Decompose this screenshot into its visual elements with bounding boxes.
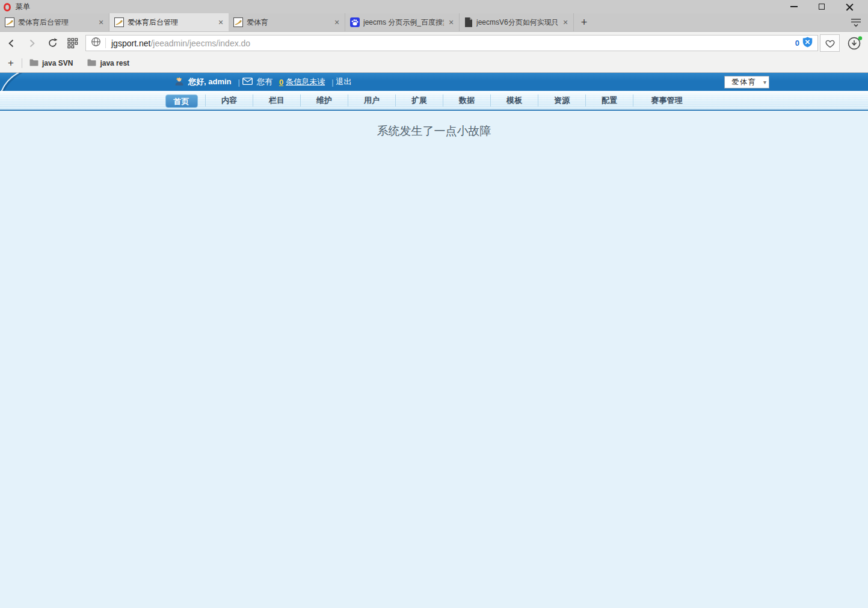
nav-item-data[interactable]: 数据: [443, 95, 490, 107]
bookmark-folder-java-rest[interactable]: java rest: [87, 58, 129, 69]
tab-title: 爱体育后台管理: [18, 17, 94, 28]
tab-title: 爱体育: [247, 17, 330, 28]
site-selector-value: 爱体育: [725, 77, 763, 87]
nav-item-events[interactable]: 赛事管理: [633, 95, 700, 107]
tab-menu-icon[interactable]: [844, 13, 868, 31]
greeting-text: 您好, admin: [188, 76, 232, 87]
nav-item-extensions[interactable]: 扩展: [395, 95, 443, 107]
globe-icon: [91, 37, 101, 49]
nav-item-resources[interactable]: 资源: [538, 95, 585, 107]
nav-item-home[interactable]: 首页: [158, 95, 205, 107]
bookmark-heart-button[interactable]: [820, 34, 840, 52]
logo-swoosh-decoration: [0, 73, 28, 91]
forward-icon[interactable]: [22, 34, 42, 52]
mail-icon: [242, 78, 253, 87]
nav-item-channel[interactable]: 栏目: [253, 95, 300, 107]
adblock-shield-icon[interactable]: [802, 37, 813, 50]
back-icon[interactable]: [1, 34, 22, 52]
url-text: jgsport.net/jeeadmin/jeecms/index.do: [111, 39, 250, 48]
bookmark-label: java SVN: [42, 59, 73, 67]
site-favicon: [114, 17, 124, 27]
page-content: 系统发生了一点小故障: [0, 111, 868, 608]
add-bookmark-button[interactable]: +: [5, 57, 17, 69]
admin-topbar: 您好, admin | 您有 0 条信息未读 | 退出 爱体育 ▾: [0, 73, 868, 91]
url-path: /jeeadmin/jeecms/index.do: [150, 39, 250, 48]
site-favicon: [5, 17, 14, 27]
admin-nav-list: 首页 内容 栏目 维护 用户 扩展 数据 模板 资源 配置 赛事管理: [158, 91, 700, 110]
tab-2-active[interactable]: 爱体育后台管理 ×: [109, 13, 229, 31]
site-selector-dropdown[interactable]: 爱体育 ▾: [724, 76, 769, 88]
adblock-count: 0: [795, 39, 799, 48]
nav-item-home-button[interactable]: 首页: [165, 95, 198, 108]
user-avatar-icon: [174, 76, 184, 88]
tab-close-icon[interactable]: ×: [561, 17, 570, 27]
tab-close-icon[interactable]: ×: [216, 17, 226, 27]
browser-titlebar: 菜单: [0, 0, 868, 13]
address-toolbar: jgsport.net/jeeadmin/jeecms/index.do 0: [0, 31, 868, 54]
system-error-message: 系统发生了一点小故障: [0, 111, 868, 139]
tab-bar: 爱体育后台管理 × 爱体育后台管理 × 爱体育 × jeecms 分页示例_百度…: [0, 13, 868, 31]
download-complete-dot: [858, 36, 862, 40]
tab-close-icon[interactable]: ×: [332, 17, 342, 27]
tab-tiles-icon[interactable]: [63, 34, 83, 52]
tab-4[interactable]: jeecms 分页示例_百度搜索 ×: [345, 13, 460, 31]
chevron-down-icon: ▾: [763, 79, 766, 85]
folder-icon: [29, 58, 38, 69]
reload-icon[interactable]: [42, 34, 63, 52]
url-host: jgsport.net: [111, 39, 150, 48]
opera-logo-icon[interactable]: [4, 3, 11, 11]
downloads-button[interactable]: [847, 36, 863, 51]
nav-item-users[interactable]: 用户: [348, 95, 395, 107]
new-tab-button[interactable]: +: [574, 13, 594, 31]
site-favicon: [233, 17, 243, 27]
nav-item-templates[interactable]: 模板: [490, 95, 538, 107]
divider: |: [331, 78, 333, 87]
nav-item-config[interactable]: 配置: [585, 95, 633, 107]
address-divider: [105, 38, 106, 48]
admin-user-info: 您好, admin | 您有 0 条信息未读 | 退出: [174, 73, 356, 91]
nav-item-content[interactable]: 内容: [205, 95, 253, 107]
folder-icon: [87, 58, 96, 69]
tab-3[interactable]: 爱体育 ×: [229, 13, 345, 31]
tab-title: jeecms 分页示例_百度搜索: [363, 17, 444, 28]
nav-item-maintenance[interactable]: 维护: [300, 95, 348, 107]
baidu-favicon: [350, 17, 360, 27]
logout-link[interactable]: 退出: [336, 76, 352, 87]
maximize-window-icon[interactable]: [808, 1, 836, 13]
tab-5[interactable]: jeecmsV6分页如何实现只 ×: [460, 13, 574, 31]
bookmark-folder-java-svn[interactable]: java SVN: [29, 58, 73, 69]
window-controls: [780, 1, 863, 13]
messages-prefix: 您有: [257, 76, 272, 87]
tab-close-icon[interactable]: ×: [96, 17, 106, 27]
close-window-icon[interactable]: [836, 1, 863, 13]
admin-nav-bar: 首页 内容 栏目 维护 用户 扩展 数据 模板 资源 配置 赛事管理: [0, 91, 868, 111]
unread-count-link[interactable]: 0: [279, 78, 283, 87]
tab-title: jeecmsV6分页如何实现只: [476, 17, 558, 28]
messages-suffix-link[interactable]: 条信息未读: [286, 76, 325, 87]
minimize-window-icon[interactable]: [780, 1, 808, 13]
document-favicon: [464, 17, 473, 27]
tab-close-icon[interactable]: ×: [446, 17, 456, 27]
bookmarks-divider: [22, 58, 22, 68]
bookmark-label: java rest: [100, 59, 129, 67]
divider: |: [238, 78, 240, 87]
browser-menu-button[interactable]: 菜单: [16, 2, 30, 12]
tab-1[interactable]: 爱体育后台管理 ×: [0, 13, 109, 31]
address-field[interactable]: jgsport.net/jeeadmin/jeecms/index.do 0: [85, 35, 818, 51]
tab-title: 爱体育后台管理: [128, 17, 214, 28]
bookmarks-bar: + java SVN java rest: [0, 54, 868, 73]
